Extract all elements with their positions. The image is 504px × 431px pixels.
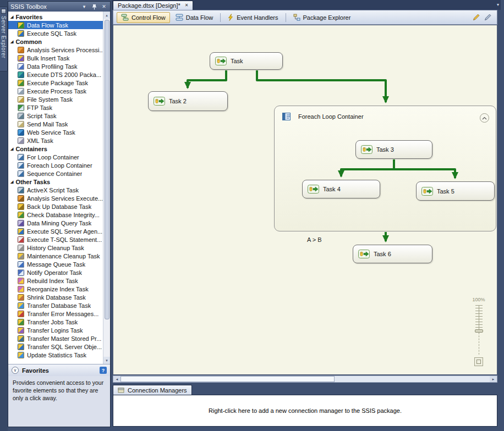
node-task5[interactable]: Task 5 [416,181,495,201]
toolbox-item-notify-operator-task[interactable]: Notify Operator Task [8,268,103,277]
toolbox-item-execute-sql-server-agen[interactable]: Execute SQL Server Agen... [8,227,103,235]
toolbox-item-shrink-database-task[interactable]: Shrink Database Task [8,293,103,301]
toolbox-item-execute-dts-2000-packa[interactable]: Execute DTS 2000 Packa... [8,70,103,79]
connection-managers-tab[interactable]: Connection Managers [113,385,192,395]
zoom-slider[interactable] [475,305,483,330]
connection-managers-panel[interactable]: Right-click here to add a new connection… [113,395,497,427]
toolbox-item-reorganize-index-task[interactable]: Reorganize Index Task [8,285,103,293]
toolbox-item-analysis-services-processi[interactable]: Analysis Services Processi... [8,46,103,54]
toolbox-item-transfer-sql-server-obje[interactable]: Transfer SQL Server Obje... [8,342,103,351]
toolbox-section-other-tasks[interactable]: ◢Other Tasks [8,178,103,186]
toolbox-item-xml-task[interactable]: XML Task [8,136,103,145]
toolbox-titlebar[interactable]: SSIS Toolbox ▾ ✕ [8,2,110,12]
help-icon[interactable]: ? [100,367,107,374]
toolbox-item-back-up-database-task[interactable]: Back Up Database Task [8,202,103,211]
toolbox-item-label: Execute SQL Server Agen... [27,228,102,235]
toolbox-item-execute-t-sql-statement[interactable]: Execute T-SQL Statement... [8,235,103,244]
toolbox-item-sequence-container[interactable]: Sequence Container [8,169,103,178]
toolbox-footer-header[interactable]: ∨ Favorites ? [8,364,110,376]
toolbox-item-for-loop-container[interactable]: For Loop Container [8,153,103,161]
pin-icon[interactable] [90,3,98,10]
scrollbar-thumb[interactable] [120,376,335,382]
foreach-loop-container-header: Foreach Loop Container [275,106,496,127]
tab-control-flow[interactable]: Control Flow [117,12,170,23]
toolbox-item-send-mail-task[interactable]: Send Mail Task [8,120,103,128]
pen-icon[interactable] [483,13,492,23]
toolbox-item-transfer-database-task[interactable]: Transfer Database Task [8,301,103,310]
scroll-right-icon[interactable]: ► [490,376,497,382]
toolbox-item-check-database-integrity[interactable]: Check Database Integrity... [8,211,103,219]
scroll-left-icon[interactable]: ◄ [113,376,120,382]
toolbox-item-bulk-insert-task[interactable]: Bulk Insert Task [8,54,103,62]
data-mining-query-task-icon [18,220,24,226]
node-task6[interactable]: Task 6 [353,245,432,263]
server-explorer-tab[interactable]: Server Explorer [0,7,8,71]
scroll-down-icon[interactable]: ▼ [103,357,111,364]
pencil-icon[interactable] [471,13,481,23]
transfer-sql-server-obje-icon [18,344,24,350]
window-menu-icon[interactable]: ▾ [80,3,88,10]
design-surface[interactable]: Foreach Loop Container [113,25,497,375]
toolbox-scrollbar[interactable]: ▲ ▼ [103,12,110,364]
scrollbar-thumb[interactable] [105,20,109,319]
check-database-integrity-icon [18,212,24,218]
toolbox-item-script-task[interactable]: Script Task [8,112,103,120]
toolbox-item-history-cleanup-task[interactable]: History Cleanup Task [8,244,103,252]
node-task3[interactable]: Task 3 [355,140,432,159]
toolbox-item-message-queue-task[interactable]: Message Queue Task [8,260,103,268]
toolbox-section-containers[interactable]: ◢Containers [8,145,103,153]
toolbox-item-execute-process-task[interactable]: Execute Process Task [8,87,103,95]
toolbox-item-ftp-task[interactable]: FTP Task [8,103,103,112]
node-task4[interactable]: Task 4 [302,180,380,198]
toolbox-item-transfer-logins-task[interactable]: Transfer Logins Task [8,326,103,334]
zoom-control: 100% [469,297,489,366]
toolbox-item-update-statistics-task[interactable]: Update Statistics Task [8,351,103,359]
toolbox-item-transfer-master-stored-pr[interactable]: Transfer Master Stored Pr... [8,334,103,342]
toolbox-item-analysis-services-execute[interactable]: Analysis Services Execute... [8,194,103,202]
toolbox-item-label: Data Profiling Task [27,63,78,70]
toolbox-item-transfer-jobs-task[interactable]: Transfer Jobs Task [8,318,103,326]
tab-package-explorer[interactable]: Package Explorer [289,12,355,23]
toolbox-item-web-service-task[interactable]: Web Service Task [8,128,103,136]
toolbox-item-maintenance-cleanup-task[interactable]: Maintenance Cleanup Task [8,252,103,260]
toolbox-item-activex-script-task[interactable]: ActiveX Script Task [8,186,103,194]
toolbox-item-label: Check Database Integrity... [27,212,100,218]
tab-event-handlers[interactable]: Event Handlers [223,12,282,23]
section-expand-icon: ◢ [10,15,13,19]
scroll-up-icon[interactable]: ▲ [103,12,111,19]
zoom-slider-thumb[interactable] [475,329,483,333]
toolbox-item-data-mining-query-task[interactable]: Data Mining Query Task [8,219,103,227]
tab-data-flow[interactable]: Data Flow [171,12,218,23]
close-icon[interactable]: ✕ [100,3,108,10]
collapse-chevron-icon[interactable] [480,113,489,123]
toolbox-item-data-profiling-task[interactable]: Data Profiling Task [8,62,103,70]
toolbox-section-common[interactable]: ◢Common [8,37,103,46]
tab-list-icon[interactable]: ▾ [497,3,499,7]
document-tab[interactable]: Package.dtsx [Design]* ✕ [113,1,193,10]
toolbox-section-favorites[interactable]: ◢Favorites [8,13,103,21]
toolbox-item-transfer-error-messages[interactable]: Transfer Error Messages... [8,310,103,318]
node-label: Task [231,58,243,64]
event-handlers-icon [228,14,234,21]
toolbox-item-file-system-task[interactable]: File System Task [8,95,103,103]
toolbox-item-execute-sql-task[interactable]: Execute SQL Task [8,29,103,37]
reorganize-index-task-icon [18,286,24,292]
node-task2[interactable]: Task 2 [148,91,228,111]
zoom-slider-track[interactable] [479,333,479,355]
node-task[interactable]: Task [210,52,283,70]
scrollbar-track[interactable] [120,376,490,382]
view-label: Control Flow [132,14,166,21]
horizontal-scrollbar[interactable]: ◄ ► [113,375,497,383]
fit-to-window-button[interactable] [474,357,483,366]
toolbox-item-foreach-loop-container[interactable]: Foreach Loop Container [8,161,103,169]
foreach-loop-container[interactable]: Foreach Loop Container [274,106,496,231]
toolbox-footer-title: Favorites [22,367,96,374]
toolbox-item-execute-package-task[interactable]: Execute Package Task [8,79,103,87]
maintenance-cleanup-task-icon [18,253,24,259]
close-icon[interactable]: ✕ [185,3,189,8]
toolbox-item-rebuild-index-task[interactable]: Rebuild Index Task [8,277,103,285]
fit-page-icon [476,360,481,364]
transfer-database-task-icon [18,302,24,309]
transfer-jobs-task-icon [18,319,24,325]
toolbox-item-data-flow-task[interactable]: Data Flow Task [8,21,103,29]
